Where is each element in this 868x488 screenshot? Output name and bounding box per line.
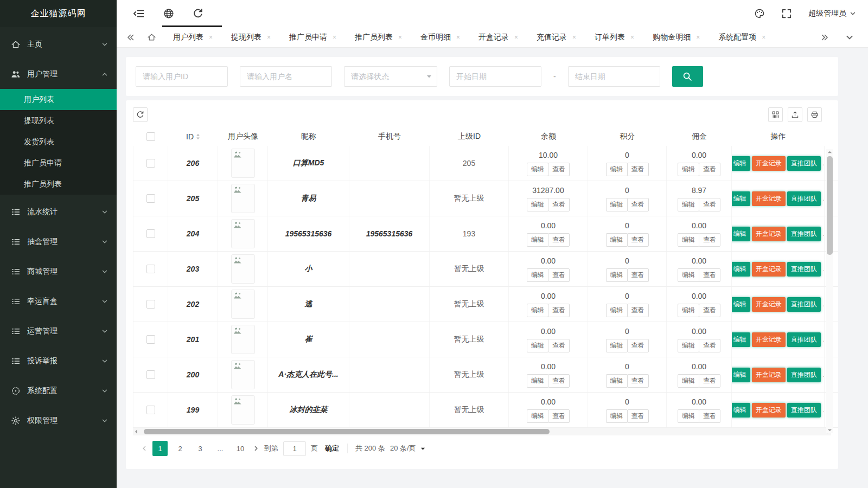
money-edit-button[interactable]: 编辑 <box>527 304 548 317</box>
money-edit-button[interactable]: 编辑 <box>606 268 628 282</box>
sidebar-item-幸运盲盒[interactable]: 幸运盲盒 <box>0 286 117 316</box>
horizontal-scrollbar[interactable] <box>133 428 831 435</box>
tab-close-icon[interactable]: × <box>267 34 271 41</box>
money-view-button[interactable]: 查看 <box>627 268 649 282</box>
export-button[interactable] <box>788 107 802 122</box>
open-box-record-button[interactable]: 开盒记录 <box>752 156 786 171</box>
row-checkbox[interactable] <box>146 159 155 168</box>
edit-button[interactable]: 编辑 <box>732 332 750 347</box>
sidebar-item-权限管理[interactable]: 权限管理 <box>0 406 117 435</box>
row-checkbox[interactable] <box>146 300 155 309</box>
vscroll-thumb[interactable] <box>827 156 833 255</box>
money-view-button[interactable]: 查看 <box>548 198 570 211</box>
sidebar-item-系统配置[interactable]: 系统配置 <box>0 376 117 406</box>
money-edit-button[interactable]: 编辑 <box>606 198 628 211</box>
sidebar-subitem-提现列表[interactable]: 提现列表 <box>0 110 117 131</box>
open-box-record-button[interactable]: 开盒记录 <box>752 191 786 206</box>
money-edit-button[interactable]: 编辑 <box>678 198 699 211</box>
open-box-record-button[interactable]: 开盒记录 <box>752 403 786 418</box>
tab-close-icon[interactable]: × <box>398 34 402 41</box>
hscroll-track[interactable] <box>139 428 825 435</box>
money-view-button[interactable]: 查看 <box>627 374 649 388</box>
money-edit-button[interactable]: 编辑 <box>527 233 548 247</box>
scroll-down-icon[interactable] <box>827 427 833 433</box>
admin-dropdown[interactable]: 超级管理员 <box>808 9 856 18</box>
money-view-button[interactable]: 查看 <box>548 268 570 282</box>
money-edit-button[interactable]: 编辑 <box>606 409 628 423</box>
money-view-button[interactable]: 查看 <box>699 233 720 247</box>
money-edit-button[interactable]: 编辑 <box>527 374 548 388</box>
row-checkbox[interactable] <box>146 194 155 203</box>
money-edit-button[interactable]: 编辑 <box>678 339 699 352</box>
direct-team-button[interactable]: 直推团队 <box>787 227 821 241</box>
direct-team-button[interactable]: 直推团队 <box>787 297 821 312</box>
money-view-button[interactable]: 查看 <box>548 163 570 176</box>
tab-提现列表[interactable]: 提现列表 × <box>222 27 280 47</box>
edit-button[interactable]: 编辑 <box>732 403 750 418</box>
money-view-button[interactable]: 查看 <box>627 233 649 247</box>
end-date-input[interactable] <box>568 66 660 87</box>
columns-button[interactable] <box>768 107 783 122</box>
tab-close-icon[interactable]: × <box>456 34 460 41</box>
open-box-record-button[interactable]: 开盒记录 <box>752 332 786 347</box>
edit-button[interactable]: 编辑 <box>732 191 750 206</box>
sidebar-subitem-用户列表[interactable]: 用户列表 <box>0 89 117 110</box>
table-refresh-button[interactable] <box>133 107 148 122</box>
tab-close-icon[interactable]: × <box>572 34 576 41</box>
money-view-button[interactable]: 查看 <box>548 374 570 388</box>
page-size-select[interactable]: 20 条/页 <box>390 444 426 453</box>
scroll-left-icon[interactable] <box>133 428 139 435</box>
money-edit-button[interactable]: 编辑 <box>606 304 628 317</box>
page-button-3[interactable]: 3 <box>193 441 208 456</box>
tab-系统配置项[interactable]: 系统配置项 × <box>709 27 775 47</box>
money-view-button[interactable]: 查看 <box>548 233 570 247</box>
sidebar-subitem-推广员申请[interactable]: 推广员申请 <box>0 152 117 174</box>
palette-icon[interactable] <box>754 8 765 19</box>
tabs-scroll-right-icon[interactable] <box>820 33 829 42</box>
edit-button[interactable]: 编辑 <box>732 368 750 382</box>
money-view-button[interactable]: 查看 <box>548 339 570 352</box>
money-edit-button[interactable]: 编辑 <box>678 268 699 282</box>
open-box-record-button[interactable]: 开盒记录 <box>752 227 786 241</box>
prev-page-icon[interactable] <box>141 445 148 452</box>
direct-team-button[interactable]: 直推团队 <box>787 368 821 382</box>
money-edit-button[interactable]: 编辑 <box>606 374 628 388</box>
money-edit-button[interactable]: 编辑 <box>678 409 699 423</box>
open-box-record-button[interactable]: 开盒记录 <box>752 368 786 382</box>
sidebar-item-抽盒管理[interactable]: 抽盒管理 <box>0 227 117 256</box>
next-page-icon[interactable] <box>253 445 259 452</box>
sidebar-item-流水统计[interactable]: 流水统计 <box>0 197 117 227</box>
money-view-button[interactable]: 查看 <box>548 304 570 317</box>
status-select-input[interactable] <box>344 66 437 87</box>
print-button[interactable] <box>807 107 822 122</box>
tab-金币明细[interactable]: 金币明细 × <box>411 27 469 47</box>
direct-team-button[interactable]: 直推团队 <box>787 156 821 171</box>
tab-充值记录[interactable]: 充值记录 × <box>527 27 585 47</box>
money-view-button[interactable]: 查看 <box>699 304 720 317</box>
tab-订单列表[interactable]: 订单列表 × <box>585 27 643 47</box>
page-button-1[interactable]: 1 <box>152 441 168 456</box>
username-input[interactable] <box>240 66 332 87</box>
vertical-scrollbar[interactable] <box>826 149 833 433</box>
tab-close-icon[interactable]: × <box>333 34 336 41</box>
fullscreen-icon[interactable] <box>781 8 792 19</box>
goto-page-input[interactable] <box>283 441 306 456</box>
start-date-input[interactable] <box>449 66 541 87</box>
tab-用户列表[interactable]: 用户列表 × <box>164 27 222 47</box>
money-view-button[interactable]: 查看 <box>548 409 570 423</box>
row-checkbox[interactable] <box>146 370 155 379</box>
money-view-button[interactable]: 查看 <box>699 163 720 176</box>
money-view-button[interactable]: 查看 <box>699 374 720 388</box>
confirm-button[interactable]: 确定 <box>325 444 339 453</box>
sidebar-subitem-发货列表[interactable]: 发货列表 <box>0 131 117 152</box>
edit-button[interactable]: 编辑 <box>732 156 750 171</box>
sidebar-item-投诉举报[interactable]: 投诉举报 <box>0 346 117 376</box>
money-edit-button[interactable]: 编辑 <box>606 233 628 247</box>
money-edit-button[interactable]: 编辑 <box>606 339 628 352</box>
sidebar-item-运营管理[interactable]: 运营管理 <box>0 316 117 346</box>
column-header-id[interactable]: ID <box>168 127 218 146</box>
tab-close-icon[interactable]: × <box>209 34 213 41</box>
money-edit-button[interactable]: 编辑 <box>678 233 699 247</box>
direct-team-button[interactable]: 直推团队 <box>787 262 821 277</box>
vscroll-track[interactable] <box>827 155 833 427</box>
